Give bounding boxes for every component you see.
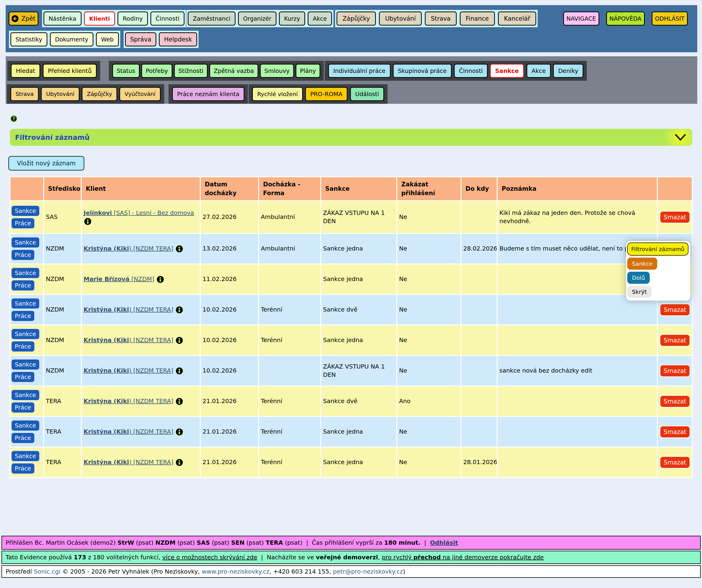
popup-filter-records-button[interactable]: Filtrování záznamů <box>627 243 689 256</box>
row-pr-ce-button[interactable]: Práce <box>11 217 35 229</box>
nav-button-zam-stnanci[interactable]: Zaměstnanci <box>188 11 235 26</box>
row-sankce-button[interactable]: Sankce <box>11 420 40 431</box>
info-icon[interactable] <box>176 398 183 405</box>
nav-button-den-ky[interactable]: Deníky <box>553 64 583 78</box>
nav-button-hledat[interactable]: Hledat <box>11 64 40 78</box>
row-sankce-button[interactable]: Sankce <box>11 298 40 309</box>
bar-link[interactable]: petr@pro-neziskovky.cz <box>333 568 403 575</box>
row-pr-ce-button[interactable]: Práce <box>11 402 35 413</box>
nav-button-skupinov-pr-ce[interactable]: Skupinová práce <box>393 64 452 78</box>
nav-button-kurzy[interactable]: Kurzy <box>279 11 305 26</box>
row-sankce-button[interactable]: Sankce <box>11 359 40 370</box>
client-link[interactable]: Jelínkovi [SAS] - Lesní - Bez domova <box>84 209 194 216</box>
client-link[interactable]: Kristýna (Kiki) [NZDM TERA] <box>84 367 173 374</box>
client-link[interactable]: Marie Břízová [NZDM] <box>84 276 154 283</box>
nav-button-pot-eby[interactable]: Potřeby <box>141 64 172 78</box>
nav-button-finance[interactable]: Finance <box>460 11 495 26</box>
nav-button-n-st-nka[interactable]: Nástěnka <box>43 11 82 26</box>
row-sankce-button[interactable]: Sankce <box>11 328 40 340</box>
nav-button-odhl-sit[interactable]: ODHLÁSIT <box>652 11 688 26</box>
popup-item-dol[interactable]: Dolů <box>627 272 650 284</box>
row-pr-ce-button[interactable]: Práce <box>11 463 35 474</box>
nav-button-pro-roma[interactable]: PRO-ROMA <box>305 87 348 101</box>
nav-button-rychl-vlo-en[interactable]: Rychlé vložení <box>252 87 303 101</box>
nav-button-organiz-r[interactable]: Organizér <box>238 11 276 26</box>
nav-button-web[interactable]: Web <box>96 32 119 46</box>
info-icon[interactable] <box>157 276 164 283</box>
row-sankce-button[interactable]: Sankce <box>11 237 40 248</box>
nav-button-spr-va[interactable]: Správa <box>125 32 156 46</box>
row-delete-button[interactable]: Smazat <box>660 303 690 316</box>
info-icon[interactable] <box>176 337 183 344</box>
row-delete-button[interactable]: Smazat <box>660 334 690 347</box>
nav-button-dokumenty[interactable]: Dokumenty <box>50 32 93 46</box>
client-link[interactable]: Kristýna (Kiki) [NZDM TERA] <box>84 336 173 343</box>
nav-button-zp-tn-vazba[interactable]: Zpětná vazba <box>209 64 258 78</box>
row-delete-button[interactable]: Smazat <box>660 364 690 377</box>
back-button[interactable]: Zpět <box>9 11 38 26</box>
row-pr-ce-button[interactable]: Práce <box>11 249 35 261</box>
nav-button-akce[interactable]: Akce <box>308 11 332 26</box>
client-link[interactable]: Kristýna (Kiki) [NZDM TERA] <box>84 306 173 313</box>
info-icon[interactable] <box>176 306 183 313</box>
nav-button-akce[interactable]: Akce <box>526 64 551 78</box>
row-sankce-button[interactable]: Sankce <box>11 267 40 279</box>
info-icon[interactable] <box>176 246 183 252</box>
client-link[interactable]: Kristýna (Kiki) [NZDM TERA] <box>84 245 173 252</box>
row-delete-button[interactable]: Smazat <box>660 395 690 408</box>
row-delete-button[interactable]: Smazat <box>660 456 690 469</box>
popup-item-sankce[interactable]: Sankce <box>627 258 657 270</box>
nav-button-helpdesk[interactable]: Helpdesk <box>159 32 197 46</box>
nav-button-p-ehled-klient[interactable]: Přehled klientů <box>43 64 97 78</box>
bar-link[interactable]: na jiné demoverze pokračujte zde <box>441 554 544 561</box>
row-sankce-button[interactable]: Sankce <box>11 450 40 462</box>
nav-button-st-nosti[interactable]: Stížnosti <box>174 64 208 78</box>
info-icon[interactable] <box>176 459 183 466</box>
nav-button-pl-ny[interactable]: Plány <box>296 64 320 78</box>
help-icon[interactable]: ? <box>10 115 17 122</box>
nav-button-vy-tov-n[interactable]: Vyúčtování <box>119 87 160 101</box>
bar-link[interactable]: Odhlásit <box>430 539 458 546</box>
info-icon[interactable] <box>176 368 183 375</box>
nav-button-innosti[interactable]: Činnosti <box>150 11 185 26</box>
nav-button-klienti[interactable]: Klienti <box>84 11 115 26</box>
row-pr-ce-button[interactable]: Práce <box>11 341 35 352</box>
info-icon[interactable] <box>176 429 183 435</box>
bar-link[interactable]: přechod <box>414 554 441 561</box>
info-icon[interactable] <box>84 218 91 225</box>
bar-link[interactable]: pro rychlý <box>382 554 413 561</box>
row-sankce-button[interactable]: Sankce <box>11 205 40 216</box>
bar-link[interactable]: více o možnostech skrývání zde <box>162 554 257 561</box>
nav-button-individu-ln-pr-ce[interactable]: Individuální práce <box>328 64 391 78</box>
nav-button-ubytov-n[interactable]: Ubytování <box>41 87 80 101</box>
nav-button-strava[interactable]: Strava <box>425 11 457 26</box>
nav-button-ud-losti[interactable]: Události <box>350 87 384 101</box>
client-link[interactable]: Kristýna (Kiki) [NZDM TERA] <box>84 398 173 405</box>
nav-button-sankce[interactable]: Sankce <box>490 64 524 78</box>
nav-button-smlouvy[interactable]: Smlouvy <box>260 64 294 78</box>
insert-new-record-button[interactable]: Vložit nový záznam <box>8 156 84 170</box>
nav-button-rodiny[interactable]: Rodiny <box>118 11 148 26</box>
nav-button-innosti[interactable]: Činnosti <box>454 64 488 78</box>
popup-item-skr-t[interactable]: Skrýt <box>627 286 652 298</box>
row-sankce-button[interactable]: Sankce <box>11 389 40 401</box>
nav-button-kancel[interactable]: Kancelář <box>498 11 537 26</box>
nav-button-ubytov-n[interactable]: Ubytování <box>379 11 422 26</box>
nav-button-pr-ce-nezn-m-klienta[interactable]: Práce neznám klienta <box>172 87 244 101</box>
row-pr-ce-button[interactable]: Práce <box>11 310 35 322</box>
nav-button-statistiky[interactable]: Statistiky <box>10 32 47 46</box>
nav-button-z-p-j-ky[interactable]: Zápůjčky <box>82 87 117 101</box>
filter-records-bar[interactable]: Filtrování záznamů <box>10 129 692 146</box>
bar-link[interactable]: Sonic.cgi <box>34 568 61 575</box>
row-pr-ce-button[interactable]: Práce <box>11 371 35 383</box>
row-pr-ce-button[interactable]: Práce <box>11 280 35 291</box>
bar-link[interactable]: www.pro-neziskovky.cz <box>202 568 269 575</box>
nav-button-strava[interactable]: Strava <box>10 87 39 101</box>
row-pr-ce-button[interactable]: Práce <box>11 432 35 444</box>
row-delete-button[interactable]: Smazat <box>660 211 690 224</box>
row-delete-button[interactable]: Smazat <box>660 426 690 438</box>
client-link[interactable]: Kristýna (Kiki) [NZDM TERA] <box>84 428 173 435</box>
nav-button-z-p-j-ky[interactable]: Zápůjčky <box>337 11 376 26</box>
chevron-down-icon[interactable] <box>675 134 686 141</box>
nav-button-n-pov-da[interactable]: NÁPOVĚDA <box>606 11 645 26</box>
